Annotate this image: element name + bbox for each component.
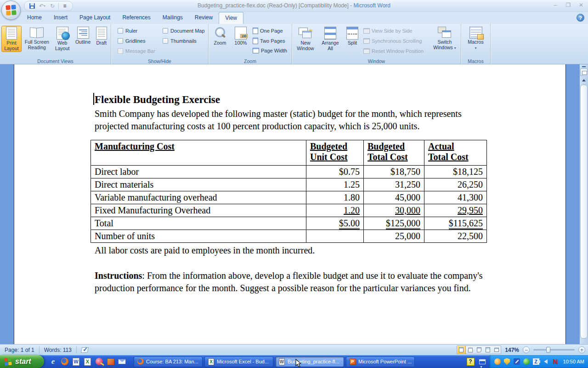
group-macros: Macros▾ Macros [461,24,491,64]
close-button[interactable]: ✕ [577,2,585,8]
tab-insert[interactable]: Insert [48,12,74,24]
draft-icon [494,348,499,352]
excel-icon[interactable]: X [83,357,92,366]
tab-review[interactable]: Review [189,12,219,24]
split-button[interactable]: Split [343,26,362,52]
outline-button[interactable]: Outline [74,26,93,52]
outline-view-button[interactable] [483,346,492,354]
group-label-show-hide: Show/Hide [111,58,208,64]
firefox-icon[interactable] [60,357,69,366]
office-button[interactable] [1,0,21,20]
taskbar-item-word-active[interactable]: W Budgeting_practice-fl... [275,356,344,367]
scroll-up-arrow[interactable] [580,77,588,83]
thumbnails-checkbox[interactable]: Thumbnails [163,38,197,44]
zoom-level[interactable]: 147% [505,347,519,353]
messenger-tray-icon[interactable] [494,358,501,365]
print-layout-button[interactable]: PrintLayout [1,26,22,52]
arrange-all-button[interactable]: ArrangeAll [318,26,342,52]
document-map-checkbox[interactable]: Document Map [163,28,205,34]
powerpoint-icon: P [349,358,356,365]
tab-view[interactable]: View [219,12,243,24]
minimize-button[interactable]: ‒ [551,2,560,8]
one-page-button[interactable]: One Page [253,28,283,34]
document-content: Flexible Budgeting Exercise Smith Compan… [90,64,486,294]
proofing-status-button[interactable] [77,346,93,354]
table-row: Direct labor $0.75 $18,750 $18,125 [91,166,487,178]
powerpoint-icon[interactable] [106,357,115,366]
title-bar: ↶▾ ↻ ≡ Budgeting_practice-flex.doc (Read… [0,0,588,12]
switch-windows-icon [438,27,452,39]
zoom-in-button[interactable]: + [578,346,585,353]
ruler-checkbox[interactable]: Ruler [118,28,137,34]
word-count[interactable]: Words: 113 [40,346,76,354]
zoom-button[interactable]: Zoom [210,26,230,47]
web-layout-button[interactable]: WebLayout [52,26,73,52]
document-heading: Flexible Budgeting Exercise [95,94,486,106]
switch-windows-button[interactable]: SwitchWindows ▾ [431,26,458,52]
taskbar-windows: Course: BA 213: Man... X Microsoft Excel… [131,356,415,367]
start-button[interactable]: start [0,355,44,368]
header-budgeted-unit-cost: BudgetedUnit Cost [306,140,364,166]
save-button[interactable] [28,2,36,10]
document-title-text: Budgeting_practice-flex.doc (Read-Only) … [198,2,352,9]
zoom-100-button[interactable]: 100% [231,26,250,47]
clock[interactable]: 10:50 AM [561,359,584,364]
document-page[interactable]: Flexible Budgeting Exercise Smith Compan… [14,64,566,344]
full-screen-reading-icon [468,348,473,352]
gridlines-checkbox[interactable]: Gridlines [118,38,145,44]
scrollbar-thumb[interactable] [580,85,588,339]
tab-page-layout[interactable]: Page Layout [74,12,116,24]
window-controls: ‒ ❐ ✕ [551,2,585,8]
vertical-scrollbar[interactable] [580,64,588,344]
new-window-button[interactable]: ✶ NewWindow [294,26,317,52]
taskbar-item-excel[interactable]: X Microsoft Excel - Bud... [204,356,273,367]
web-layout-view-button[interactable] [475,346,483,354]
intro-paragraph: Smith Company has developed the followin… [95,108,486,132]
security-shield-tray-icon[interactable] [503,358,511,365]
macros-button[interactable]: Macros▾ [464,26,488,52]
volume-tray-icon[interactable] [542,358,549,365]
quick-access-toolbar: ↶▾ ↻ ≡ [24,1,73,11]
two-pages-button[interactable]: Two Pages [253,38,285,44]
group-show-hide: Ruler Gridlines Message Bar Document Map… [111,24,209,64]
chevron-down-icon: ▾ [454,46,456,50]
page-width-button[interactable]: Page Width [253,48,287,53]
zoom-slider[interactable] [533,349,575,351]
tab-mailings[interactable]: Mailings [157,12,189,24]
zoom-out-button[interactable]: − [523,346,530,353]
toolbar-restore-icon[interactable] [479,359,486,364]
tab-home[interactable]: Home [21,12,48,24]
access-icon[interactable] [95,357,103,366]
undo-button[interactable]: ↶▾ [38,2,46,10]
help-button[interactable]: ? [577,14,584,22]
taskbar-item-firefox[interactable]: Course: BA 213: Man... [134,356,203,367]
full-screen-view-button[interactable] [466,346,475,354]
outlook-express-icon[interactable] [118,357,126,366]
tools-tray-icon[interactable] [513,358,520,365]
checkbox-icon [118,48,123,54]
redo-button[interactable]: ↻ [48,2,57,10]
print-layout-view-button[interactable] [457,346,466,354]
word-icon[interactable]: W [72,357,80,366]
draft-button[interactable]: Draft [94,26,109,52]
full-screen-reading-button[interactable]: Full ScreenReading [23,26,51,52]
taskbar-item-powerpoint[interactable]: P Microsoft PowerPoint ... [346,356,415,367]
page-indicator[interactable]: Page: 1 of 1 [0,346,39,354]
print-layout-icon [6,27,17,40]
ribbon-minimize-handle[interactable] [580,65,588,68]
updates-tray-icon[interactable] [523,358,530,365]
view-ruler-toggle-button[interactable] [580,69,588,76]
internet-explorer-icon[interactable]: e [49,357,57,366]
customize-qat-button[interactable]: ≡ [61,2,69,10]
web-layout-icon [477,347,481,352]
synchronous-scrolling-button: Synchronous Scrolling [363,38,422,44]
group-label-zoom: Zoom [209,58,292,64]
draft-view-button[interactable] [492,346,501,354]
help-tray-icon[interactable]: ? [467,358,475,366]
zoom-slider-thumb[interactable] [546,347,550,353]
norton-tray-icon[interactable]: N [552,358,559,365]
tab-references[interactable]: References [116,12,156,24]
header-budgeted-total-cost: BudgetedTotal Cost [364,140,424,166]
restore-button[interactable]: ❐ [564,2,572,8]
checkbox-icon [163,38,168,44]
